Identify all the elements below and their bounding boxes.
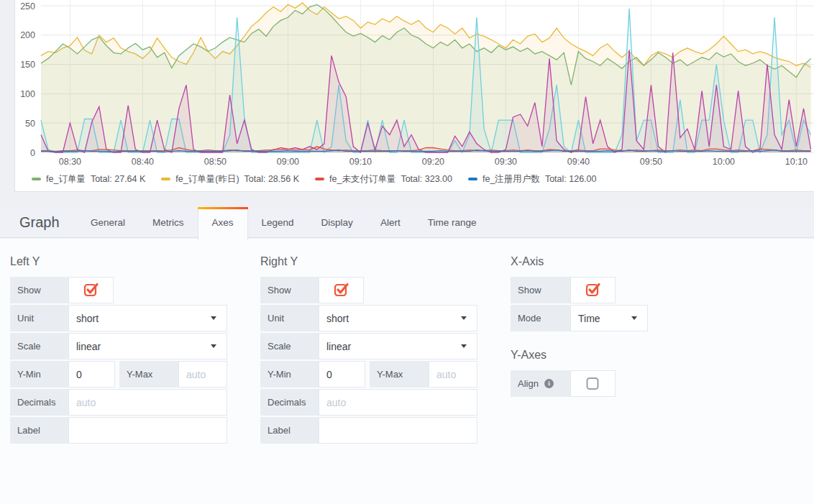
chevron-down-icon [211, 344, 216, 348]
panel-editor-tabbar: Graph GeneralMetricsAxesLegendDisplayAle… [0, 207, 814, 238]
legend-series-total: Total: 126.00 [545, 174, 597, 184]
legend-series-total: Total: 27.64 K [91, 174, 145, 184]
svg-text:10:00: 10:00 [713, 157, 735, 167]
legend-series-total: Total: 28.56 K [244, 174, 299, 184]
right-y-max-input[interactable] [429, 362, 477, 387]
section-title-x-axis: X-Axis [511, 255, 698, 268]
left-y-max-label: Y-Max [119, 361, 178, 388]
series-color-dash-icon [32, 178, 41, 180]
right-y-unit-label: Unit [260, 305, 319, 331]
left-y-unit-label: Unit [10, 305, 68, 331]
series-color-dash-icon [161, 178, 170, 180]
right-y-decimals-input[interactable] [319, 390, 477, 415]
section-title-y-axes: Y-Axes [511, 349, 698, 362]
chart-legend: fe_订单量Total: 27.64 Kfe_订单量(昨日)Total: 28.… [15, 170, 814, 188]
right-y-decimals-label: Decimals [260, 389, 319, 416]
graph-panel: 05010015020025008:3008:4008:5009:0009:10… [14, 0, 814, 192]
tab-time-range[interactable]: Time range [414, 207, 490, 237]
svg-text:100: 100 [20, 89, 35, 99]
svg-text:09:30: 09:30 [495, 157, 517, 167]
svg-text:08:30: 08:30 [59, 157, 81, 167]
chevron-down-icon [211, 316, 216, 320]
panel-type-title: Graph [19, 207, 77, 237]
section-title-left-y: Left Y [10, 255, 227, 268]
legend-series-total: Total: 323.00 [401, 174, 452, 184]
left-y-show-checkbox[interactable] [68, 277, 114, 303]
chevron-down-icon [461, 344, 467, 348]
checkbox-checked-icon [334, 283, 349, 298]
series-color-dash-icon [468, 178, 477, 180]
tab-general[interactable]: General [77, 207, 139, 237]
x-axis-mode-label: Mode [511, 305, 570, 331]
svg-text:09:20: 09:20 [422, 157, 444, 167]
legend-item[interactable]: fe_订单量(昨日)Total: 28.56 K [161, 173, 299, 185]
checkbox-checked-icon [83, 283, 99, 298]
svg-text:09:50: 09:50 [640, 157, 662, 167]
tab-display[interactable]: Display [308, 207, 367, 237]
section-right-y: Right Y Show Unit short Scale linear [260, 255, 477, 504]
left-y-show-label: Show [10, 277, 68, 303]
left-y-decimals-input[interactable] [69, 390, 227, 415]
section-x-axis: X-Axis Show Mode Time Y-Axes Align [511, 255, 698, 504]
x-axis-show-label: Show [511, 277, 570, 303]
svg-text:250: 250 [20, 1, 35, 12]
left-y-label-label: Label [10, 417, 68, 444]
timeseries-chart[interactable]: 05010015020025008:3008:4008:5009:0009:10… [15, 0, 814, 170]
section-left-y: Left Y Show Unit short Scale linear [10, 255, 227, 504]
axes-tab-content: Left Y Show Unit short Scale linear [0, 239, 814, 504]
right-y-min-input[interactable] [319, 362, 365, 387]
right-y-max-label: Y-Max [370, 361, 429, 388]
svg-text:50: 50 [25, 119, 35, 129]
svg-text:09:40: 09:40 [567, 157, 590, 167]
right-y-label-input[interactable] [319, 418, 477, 443]
svg-text:09:10: 09:10 [349, 157, 372, 167]
x-axis-show-checkbox[interactable] [570, 277, 616, 303]
right-y-show-label: Show [260, 277, 319, 303]
svg-text:08:40: 08:40 [132, 157, 154, 167]
left-y-min-input[interactable] [69, 362, 114, 387]
tab-metrics[interactable]: Metrics [139, 207, 198, 237]
legend-item[interactable]: fe_订单量Total: 27.64 K [32, 173, 145, 185]
tab-legend[interactable]: Legend [248, 207, 308, 237]
svg-text:200: 200 [20, 30, 35, 40]
legend-series-name: fe_未支付订单量 [329, 173, 395, 185]
checkbox-checked-icon [585, 283, 601, 298]
svg-text:150: 150 [20, 60, 35, 70]
y-axes-align-label: Align i [511, 370, 570, 397]
left-y-scale-label: Scale [10, 333, 68, 359]
legend-series-name: fe_订单量(昨日) [175, 173, 239, 185]
left-y-scale-select[interactable]: linear [68, 333, 227, 359]
svg-text:08:50: 08:50 [204, 157, 227, 167]
left-y-min-label: Y-Min [10, 361, 68, 388]
chevron-down-icon [631, 316, 637, 320]
legend-item[interactable]: fe_注册用户数Total: 126.00 [468, 173, 596, 185]
right-y-unit-select[interactable]: short [319, 305, 477, 331]
x-axis-mode-select[interactable]: Time [570, 305, 648, 331]
y-axes-align-checkbox[interactable] [570, 370, 616, 397]
legend-series-name: fe_订单量 [46, 173, 86, 185]
series-color-dash-icon [315, 178, 324, 180]
right-y-label-label: Label [260, 417, 319, 444]
tab-axes[interactable]: Axes [198, 207, 248, 240]
legend-series-name: fe_注册用户数 [483, 173, 540, 185]
section-y-axes: Y-Axes Align i [511, 349, 698, 397]
right-y-show-checkbox[interactable] [319, 277, 364, 303]
svg-text:10:10: 10:10 [785, 157, 808, 167]
svg-text:09:00: 09:00 [277, 157, 299, 167]
left-y-max-input[interactable] [179, 362, 227, 387]
tab-alert[interactable]: Alert [367, 207, 414, 237]
left-y-unit-select[interactable]: short [68, 305, 227, 331]
chevron-down-icon [461, 316, 467, 320]
right-y-scale-select[interactable]: linear [319, 333, 477, 359]
left-y-decimals-label: Decimals [10, 389, 68, 416]
legend-item[interactable]: fe_未支付订单量Total: 323.00 [315, 173, 452, 185]
section-title-right-y: Right Y [260, 255, 477, 268]
left-y-label-input[interactable] [69, 418, 227, 443]
checkbox-unchecked-icon [585, 376, 601, 391]
right-y-min-label: Y-Min [260, 361, 319, 388]
svg-text:0: 0 [30, 148, 35, 158]
info-icon[interactable]: i [544, 379, 554, 388]
right-y-scale-label: Scale [260, 333, 319, 359]
